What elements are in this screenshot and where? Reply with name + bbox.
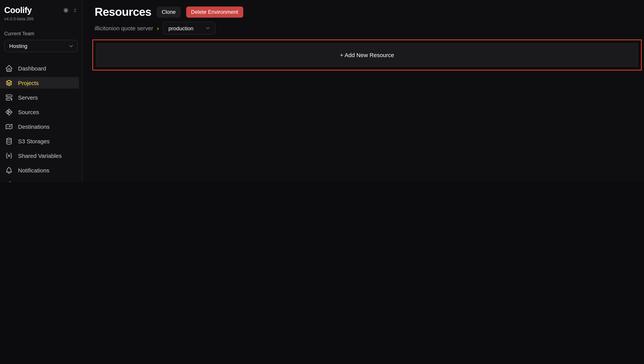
sidebar-item-label: Servers bbox=[18, 94, 38, 100]
theme-light-icon[interactable] bbox=[63, 7, 69, 14]
page-title: Resources bbox=[95, 6, 151, 18]
add-new-resource-button[interactable]: + Add New Resource bbox=[96, 43, 638, 67]
sidebar-item-label: Projects bbox=[18, 80, 39, 86]
breadcrumb-project-link[interactable]: illicitonion quote server bbox=[95, 25, 153, 32]
sidebar-item-shared-variables[interactable]: Shared Variables bbox=[0, 150, 79, 161]
sidebar-item-label: Keys & Tokens bbox=[18, 182, 56, 182]
sidebar-item-destinations[interactable]: Destinations bbox=[0, 121, 79, 132]
bell-icon bbox=[4, 166, 13, 174]
sidebar-item-s3-storages[interactable]: S3 Storages bbox=[0, 135, 79, 147]
chevron-down-icon bbox=[68, 43, 74, 49]
sidebar-nav: DashboardProjectsServersSourcesDestinati… bbox=[0, 62, 82, 182]
sidebar-item-sources[interactable]: Sources bbox=[0, 106, 79, 118]
sidebar-item-dashboard[interactable]: Dashboard bbox=[0, 62, 79, 74]
clone-button[interactable]: Clone bbox=[157, 6, 181, 18]
sidebar-item-label: Destinations bbox=[18, 123, 50, 130]
sidebar-item-servers[interactable]: Servers bbox=[0, 92, 79, 103]
app-logo[interactable]: Coolify bbox=[4, 5, 32, 15]
sidebar-item-label: Shared Variables bbox=[18, 152, 62, 159]
sidebar-item-label: S3 Storages bbox=[18, 138, 50, 144]
sidebar-item-label: Sources bbox=[18, 109, 39, 115]
sidebar-item-keys-tokens[interactable]: Keys & Tokens bbox=[0, 179, 79, 182]
breadcrumb-chevron-icon: › bbox=[157, 25, 159, 32]
sidebar: Coolify v4.0.0-beta.399 Current Team Hos… bbox=[0, 0, 83, 182]
variable-icon bbox=[4, 151, 13, 160]
key-icon bbox=[4, 180, 13, 182]
theme-selector-chevrons-icon[interactable] bbox=[72, 8, 78, 13]
app-root: Coolify v4.0.0-beta.399 Current Team Hos… bbox=[0, 0, 644, 182]
sidebar-item-label: Notifications bbox=[18, 167, 49, 174]
sidebar-item-notifications[interactable]: Notifications bbox=[0, 164, 79, 176]
home-icon bbox=[4, 64, 13, 72]
environment-select[interactable]: production bbox=[163, 22, 215, 34]
current-team-label: Current Team bbox=[4, 31, 78, 36]
app-version: v4.0.0-beta.399 bbox=[4, 16, 78, 21]
map-icon bbox=[4, 122, 13, 131]
environment-select-value: production bbox=[168, 25, 194, 31]
server-icon bbox=[4, 93, 13, 102]
add-new-resource-label: + Add New Resource bbox=[340, 52, 394, 58]
team-select[interactable]: Hosting bbox=[4, 40, 78, 52]
git-icon bbox=[4, 108, 13, 116]
main-content: Resources Clone Delete Environment illic… bbox=[83, 0, 644, 182]
breadcrumb: illicitonion quote server › production bbox=[95, 22, 642, 34]
sidebar-item-label: Dashboard bbox=[18, 65, 46, 72]
annotation-highlight-rectangle: + Add New Resource bbox=[92, 40, 642, 70]
team-select-value: Hosting bbox=[9, 43, 28, 49]
sidebar-item-projects[interactable]: Projects bbox=[0, 77, 79, 88]
delete-environment-button[interactable]: Delete Environment bbox=[186, 6, 243, 18]
chevron-down-icon bbox=[205, 25, 210, 31]
database-icon bbox=[4, 137, 13, 145]
layers-icon bbox=[4, 78, 13, 87]
